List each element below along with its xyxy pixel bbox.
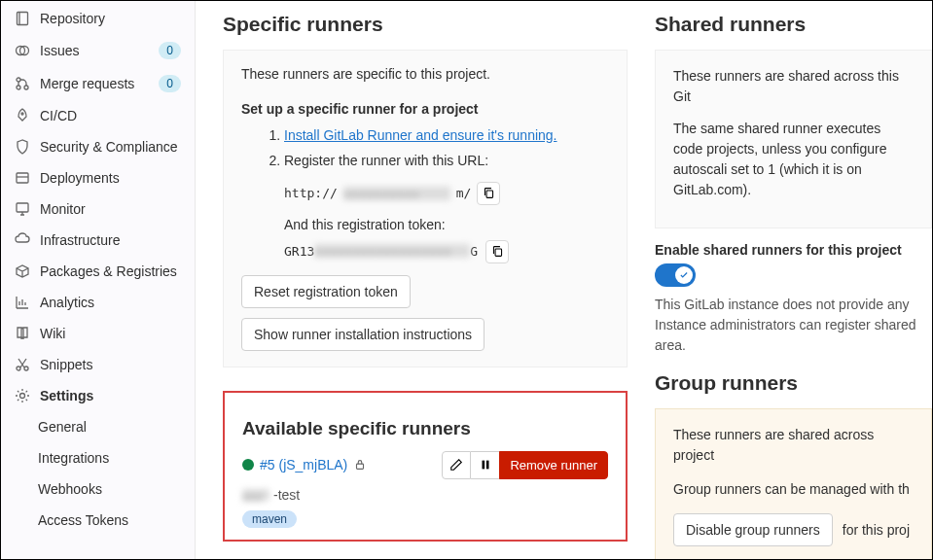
settings-access-tokens[interactable]: Access Tokens xyxy=(38,505,195,536)
sidebar-item-repository[interactable]: Repository xyxy=(1,3,195,34)
disable-group-runners-button[interactable]: Disable group runners xyxy=(673,513,833,546)
gear-icon xyxy=(15,388,30,403)
sidebar-item-issues[interactable]: Issues 0 xyxy=(1,34,195,67)
specific-runners-panel: These runners are specific to this proje… xyxy=(223,50,628,368)
svg-rect-15 xyxy=(482,461,484,470)
infra-icon xyxy=(15,232,30,248)
redacted-url: xxxxxxxxxx xyxy=(343,187,450,200)
group-runners-panel: These runners are shared across project … xyxy=(655,408,932,559)
setup-step-1: Install GitLab Runner and ensure it's ru… xyxy=(284,124,609,146)
sidebar-item-monitor[interactable]: Monitor xyxy=(1,193,195,225)
runner-tag: maven xyxy=(242,510,297,528)
group-desc: Group runners can be managed with th xyxy=(673,479,914,500)
shared-intro: These runners are shared across this Git xyxy=(673,66,914,107)
sidebar-label: Analytics xyxy=(40,295,181,310)
svg-rect-0 xyxy=(18,13,28,25)
svg-rect-12 xyxy=(486,191,493,197)
settings-webhooks[interactable]: Webhooks xyxy=(38,473,195,505)
book-icon xyxy=(15,326,30,341)
available-runners-box: Available specific runners #5 (jS_mjBLA)… xyxy=(223,391,628,542)
group-intro: These runners are shared across project xyxy=(673,425,914,466)
rocket-icon xyxy=(15,108,30,123)
svg-point-4 xyxy=(17,86,20,89)
svg-point-5 xyxy=(24,86,28,89)
package-icon xyxy=(15,263,30,279)
sidebar-item-deployments[interactable]: Deployments xyxy=(1,162,195,193)
snippet-icon xyxy=(15,357,30,372)
chart-icon xyxy=(15,295,30,310)
setup-step-2: Register the runner with this URL: xyxy=(284,150,609,171)
issues-badge: 0 xyxy=(159,42,181,59)
svg-point-6 xyxy=(21,113,23,115)
sidebar-label: Deployments xyxy=(40,170,181,186)
remove-runner-button[interactable]: Remove runner xyxy=(499,451,608,479)
repository-icon xyxy=(15,11,30,26)
runner-description: xxx-test xyxy=(242,487,608,503)
token-value: GR13xxxxxxxxxxxxxxxxxxG xyxy=(284,244,478,259)
monitor-icon xyxy=(15,201,30,217)
redacted-desc: xxx xyxy=(242,489,269,501)
show-instructions-button[interactable]: Show runner installation instructions xyxy=(241,318,484,351)
available-heading: Available specific runners xyxy=(242,418,608,439)
svg-rect-8 xyxy=(17,203,28,212)
token-intro: And this registration token: xyxy=(241,217,609,232)
sidebar-label: Packages & Registries xyxy=(40,263,181,279)
svg-point-11 xyxy=(20,394,25,399)
lock-icon xyxy=(353,458,367,472)
sidebar-label: Infrastructure xyxy=(40,232,181,248)
shared-note: This GitLab instance does not provide an… xyxy=(655,295,932,356)
runner-status-online xyxy=(242,459,254,471)
pause-runner-button[interactable] xyxy=(471,451,500,479)
specific-intro: These runners are specific to this proje… xyxy=(241,66,609,82)
sidebar-item-snippets[interactable]: Snippets xyxy=(1,349,195,380)
sidebar-label: Snippets xyxy=(40,357,181,372)
svg-point-10 xyxy=(24,367,28,370)
shared-runners-panel: These runners are shared across this Git… xyxy=(655,50,932,228)
shared-desc: The same shared runner executes code pro… xyxy=(673,119,914,200)
group-runners-heading: Group runners xyxy=(655,371,932,395)
sidebar-label: Merge requests xyxy=(40,76,149,91)
settings-integrations[interactable]: Integrations xyxy=(38,442,195,473)
merge-icon xyxy=(15,76,30,91)
sidebar-label: Security & Compliance xyxy=(40,139,181,155)
svg-point-3 xyxy=(17,78,20,82)
sidebar-item-merge-requests[interactable]: Merge requests 0 xyxy=(1,67,195,100)
shared-runners-heading: Shared runners xyxy=(655,13,932,36)
deploy-icon xyxy=(15,170,30,186)
copy-token-button[interactable] xyxy=(485,240,509,263)
sidebar-item-security[interactable]: Security & Compliance xyxy=(1,131,195,162)
sidebar-item-analytics[interactable]: Analytics xyxy=(1,287,195,318)
redacted-token: xxxxxxxxxxxxxxxxxx xyxy=(314,244,470,258)
sidebar-label: Monitor xyxy=(40,201,181,217)
for-project-text: for this proj xyxy=(843,522,910,538)
svg-rect-14 xyxy=(357,464,364,469)
svg-point-9 xyxy=(17,367,20,370)
sidebar-item-packages[interactable]: Packages & Registries xyxy=(1,256,195,287)
install-runner-link[interactable]: Install GitLab Runner and ensure it's ru… xyxy=(284,127,557,143)
runner-link[interactable]: #5 (jS_mjBLA) xyxy=(260,457,347,472)
sidebar-item-settings[interactable]: Settings xyxy=(1,380,195,411)
runner-url: http://xxxxxxxxxxm/ xyxy=(241,182,609,205)
issues-icon xyxy=(15,43,30,58)
copy-url-button[interactable] xyxy=(477,182,500,205)
setup-title: Set up a specific runner for a project xyxy=(241,101,609,117)
sidebar-label: Wiki xyxy=(40,326,181,341)
reset-token-button[interactable]: Reset registration token xyxy=(241,275,411,308)
enable-shared-toggle[interactable] xyxy=(655,263,696,287)
edit-runner-button[interactable] xyxy=(442,451,471,479)
sidebar-label: CI/CD xyxy=(40,108,181,123)
specific-runners-heading: Specific runners xyxy=(223,13,628,36)
sidebar-item-wiki[interactable]: Wiki xyxy=(1,318,195,349)
sidebar-label: Settings xyxy=(40,388,181,403)
sidebar-item-cicd[interactable]: CI/CD xyxy=(1,100,195,131)
sidebar: Repository Issues 0 Merge requests 0 CI/… xyxy=(1,1,196,559)
sidebar-label: Issues xyxy=(40,43,149,58)
main-content: Specific runners These runners are speci… xyxy=(196,1,932,559)
svg-rect-13 xyxy=(495,249,502,256)
svg-rect-7 xyxy=(17,173,28,183)
sidebar-item-infrastructure[interactable]: Infrastructure xyxy=(1,225,195,256)
sidebar-label: Repository xyxy=(40,11,181,26)
settings-general[interactable]: General xyxy=(38,411,195,442)
shield-icon xyxy=(15,139,30,155)
enable-shared-label: Enable shared runners for this project xyxy=(655,242,932,258)
